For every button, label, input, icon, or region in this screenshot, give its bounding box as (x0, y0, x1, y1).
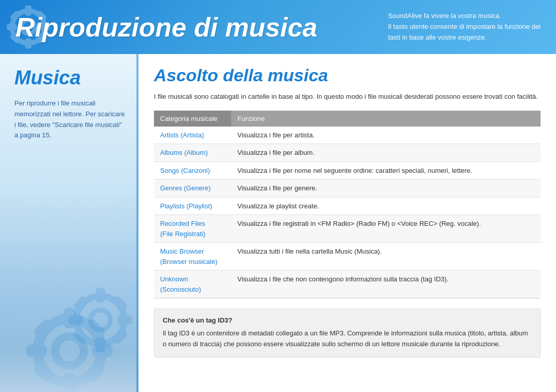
sidebar: Musica Per riprodurre i file musicali me… (0, 54, 136, 392)
table-cell-function: Visualizza i file per artista. (231, 127, 541, 144)
table-header-category: Categoria musicale (154, 111, 231, 127)
main-content: Ascolto della musica I file musicali son… (138, 54, 556, 392)
table-cell-category: Recorded Files(File Registrati) (154, 215, 231, 243)
sidebar-title: Musica (14, 67, 126, 89)
sidebar-text: Per riprodurre i file musicali memorizza… (14, 98, 126, 141)
svg-point-10 (77, 296, 125, 344)
table-row: Recorded Files(File Registrati)Visualizz… (154, 215, 541, 243)
table-cell-function: Visualizza tutti i file nella cartella M… (231, 243, 541, 271)
table-row: Artists (Artista)Visualizza i file per a… (154, 127, 541, 144)
body-row: Musica Per riprodurre i file musicali me… (0, 54, 556, 392)
svg-rect-22 (63, 308, 76, 328)
table-cell-function: Visualizza i file che non contengono inf… (231, 271, 541, 298)
sidebar-bottom-fade (0, 351, 136, 392)
page-title: Riproduzione di musica (15, 12, 388, 43)
table-row: Albums (Album)Visualizza i file per albu… (154, 144, 541, 162)
svg-rect-18 (73, 328, 90, 345)
svg-rect-26 (32, 317, 55, 341)
svg-rect-13 (96, 337, 105, 352)
svg-rect-12 (96, 288, 105, 303)
svg-point-11 (91, 310, 110, 330)
table-row: Genres (Genere)Visualizza i file per gen… (154, 180, 541, 198)
table-header-function: Funzione (231, 111, 541, 127)
table-cell-category: Albums (Album) (154, 144, 231, 162)
table-row: Unknown(Sconosciuto)Visualizza i file ch… (154, 271, 541, 298)
music-table: Categoria musicale Funzione Artists (Art… (154, 111, 541, 299)
info-box: Che cos'è un tag ID3? Il tag ID3 è un co… (154, 309, 541, 358)
table-row: Playlists (Playlist)Visualizza le playli… (154, 197, 541, 215)
table-cell-category: Songs (Canzoni) (154, 162, 231, 180)
svg-rect-14 (68, 315, 83, 325)
table-cell-function: Visualizza i file per nome nel seguente … (231, 162, 541, 180)
main-intro: I file musicali sono catalogati in carte… (154, 92, 541, 102)
table-cell-category: Music Browser(Browser musicale) (154, 243, 231, 271)
table-cell-category: Genres (Genere) (154, 180, 231, 198)
svg-rect-16 (73, 295, 90, 312)
table-cell-category: Unknown(Sconosciuto) (154, 271, 231, 298)
table-cell-category: Artists (Artista) (154, 127, 231, 144)
info-box-title: Che cos'è un tag ID3? (163, 316, 532, 324)
svg-rect-15 (118, 315, 133, 325)
table-cell-function: Visualizza i file per album. (231, 144, 541, 162)
table-cell-function: Visualizza i file per genere. (231, 180, 541, 198)
header: Riproduzione di musica SoundAlive fa viv… (0, 0, 556, 54)
table-row: Songs (Canzoni)Visualizza i file per nom… (154, 162, 541, 180)
table-cell-category: Playlists (Playlist) (154, 197, 231, 215)
main-title: Ascolto della musica (154, 65, 541, 85)
header-description: SoundAlive fa vivere la vostra musica. I… (388, 11, 541, 43)
svg-rect-19 (111, 328, 128, 345)
svg-rect-27 (83, 317, 107, 341)
info-box-text: Il tag ID3 è un contenitore di metadati … (163, 328, 532, 350)
sidebar-gear1-icon (59, 279, 136, 361)
table-row: Music Browser(Browser musicale)Visualizz… (154, 243, 541, 271)
table-cell-function: Visualizza le playlist create. (231, 197, 541, 215)
table-cell-function: Visualizza i file registrati in <FM Radi… (231, 215, 541, 243)
svg-rect-17 (111, 295, 128, 312)
